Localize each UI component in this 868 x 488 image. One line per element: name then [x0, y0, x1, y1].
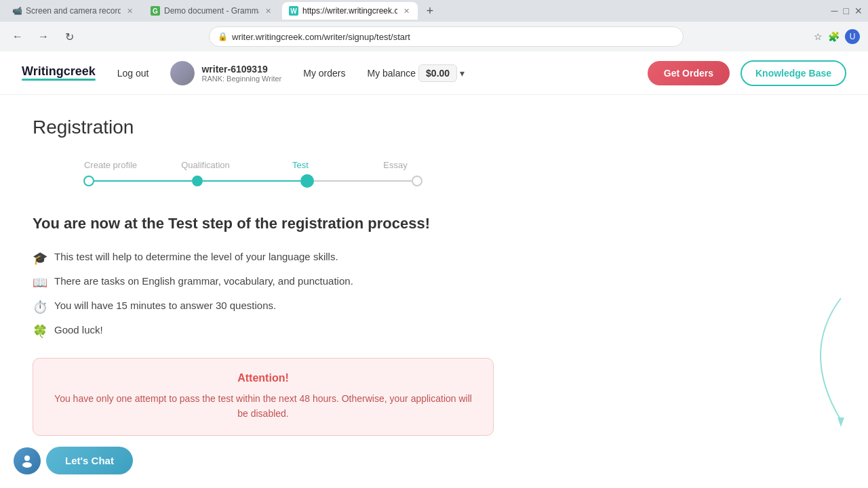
svg-point-1	[24, 455, 30, 461]
clock-icon: ⏱️	[33, 300, 47, 314]
new-tab-button[interactable]: +	[420, 1, 439, 20]
step-line-1	[94, 180, 192, 182]
tab-close-3[interactable]: ✕	[401, 7, 411, 16]
step-dot-qualification	[192, 176, 203, 186]
tab-label-3: https://writer.writingcreek.com/...	[302, 6, 397, 16]
get-orders-button[interactable]: Get Orders	[648, 61, 730, 85]
user-rank: RANK: Beginning Writer	[201, 75, 281, 83]
bottom-nav: ← Previous step Start test Save and cont…	[0, 479, 610, 488]
logo-writing: Writing	[22, 65, 64, 77]
window-maximize[interactable]: □	[844, 5, 849, 16]
info-text-2: There are tasks on English grammar, voca…	[54, 275, 353, 287]
decorative-arc	[732, 285, 868, 434]
browser-chrome: 📹 Screen and camera recorder - S... ✕ G …	[0, 0, 868, 52]
logo-creek: creek	[64, 65, 96, 77]
svg-marker-0	[837, 418, 844, 427]
step-dots-row	[83, 174, 422, 188]
chat-avatar	[14, 447, 41, 474]
avatar-img	[170, 61, 195, 85]
logo-underline	[22, 79, 96, 81]
list-item: 🍀 Good luck!	[33, 324, 578, 339]
extensions-icon[interactable]: 🧩	[828, 31, 840, 42]
info-list: 🎓 This test will help to determine the l…	[33, 251, 578, 339]
attention-box: Attention! You have only one attempt to …	[33, 358, 494, 436]
browser-tab-2[interactable]: G Demo document - Grammarly ✕	[144, 2, 279, 20]
step-label-create: Create profile	[83, 160, 138, 170]
browser-tab-1[interactable]: 📹 Screen and camera recorder - S... ✕	[5, 2, 141, 20]
user-info: writer-6109319 RANK: Beginning Writer	[201, 64, 281, 83]
lock-icon: 🔒	[218, 32, 228, 41]
address-bar[interactable]: 🔒 writer.writingcreek.com/writer/signup/…	[209, 26, 684, 47]
info-text-4: Good luck!	[54, 324, 103, 336]
main-heading: You are now at the Test step of the regi…	[33, 212, 494, 235]
attention-text: You have only one attempt to pass the te…	[52, 391, 474, 422]
nav-user: writer-6109319 RANK: Beginning Writer	[170, 61, 281, 85]
page-content: Registration Create profile Qualificatio…	[0, 95, 610, 479]
page-title: Registration	[33, 117, 578, 138]
step-dot-create	[83, 176, 94, 186]
step-line-3	[314, 180, 412, 182]
balance-dropdown-icon[interactable]: ▾	[460, 68, 465, 79]
step-line-2	[203, 180, 300, 182]
browser-tab-3[interactable]: W https://writer.writingcreek.com/... ✕	[282, 2, 418, 20]
balance-label: My balance	[367, 68, 416, 79]
forward-button[interactable]: →	[34, 30, 53, 43]
window-minimize[interactable]: ─	[831, 5, 838, 16]
step-dot-essay	[412, 176, 422, 186]
toolbar-icons: ☆ 🧩 U	[814, 29, 860, 44]
step-label-essay: Essay	[368, 160, 422, 170]
browser-title-bar: 📹 Screen and camera recorder - S... ✕ G …	[0, 0, 868, 22]
step-label-qualification: Qualification	[178, 160, 233, 170]
balance-container: My balance $0.00 ▾	[367, 64, 465, 82]
chat-avatar-icon	[19, 453, 35, 469]
tab-favicon-1: 📹	[12, 6, 22, 16]
tab-favicon-2: G	[151, 6, 160, 16]
list-item: 📖 There are tasks on English grammar, vo…	[33, 275, 578, 290]
tab-close-1[interactable]: ✕	[125, 7, 134, 16]
avatar	[170, 61, 195, 85]
step-labels: Create profile Qualification Test Essay	[83, 160, 422, 170]
clover-icon: 🍀	[33, 324, 47, 339]
attention-title: Attention!	[52, 372, 474, 384]
window-close[interactable]: ✕	[854, 5, 863, 16]
browser-toolbar: ← → ↻ 🔒 writer.writingcreek.com/writer/s…	[0, 22, 868, 52]
site-logo: Writing creek	[22, 65, 96, 81]
tab-favicon-3: W	[289, 6, 298, 16]
tab-label-1: Screen and camera recorder - S...	[26, 6, 121, 16]
nav-right: Get Orders Knowledge Base	[648, 60, 846, 86]
step-dot-test	[300, 174, 314, 188]
refresh-button[interactable]: ↻	[60, 30, 79, 43]
balance-amount[interactable]: $0.00	[418, 64, 457, 82]
list-item: ⏱️ You will have 15 minutes to answer 30…	[33, 300, 578, 314]
book-icon: 📖	[33, 275, 47, 290]
logout-link[interactable]: Log out	[117, 68, 149, 79]
my-orders-link[interactable]: My orders	[303, 68, 345, 79]
info-text-1: This test will help to determine the lev…	[54, 251, 338, 262]
chat-widget: Let's Chat	[14, 447, 133, 474]
window-controls: ─ □ ✕	[831, 5, 863, 16]
tab-label-2: Demo document - Grammarly	[164, 6, 259, 16]
tab-close-2[interactable]: ✕	[263, 7, 273, 16]
list-item: 🎓 This test will help to determine the l…	[33, 251, 578, 266]
svg-point-2	[22, 462, 32, 468]
profile-icon[interactable]: U	[845, 29, 860, 44]
bookmark-icon[interactable]: ☆	[814, 31, 823, 42]
info-text-3: You will have 15 minutes to answer 30 qu…	[54, 300, 276, 311]
chat-button[interactable]: Let's Chat	[46, 447, 133, 474]
step-label-test: Test	[273, 160, 328, 170]
grad-icon: 🎓	[33, 251, 47, 266]
steps-progress: Create profile Qualification Test Essay	[33, 160, 473, 188]
username: writer-6109319	[201, 64, 281, 75]
site-nav: Writing creek Log out writer-6109319 RAN…	[0, 52, 868, 95]
knowledge-base-button[interactable]: Knowledge Base	[741, 60, 846, 86]
url-text: writer.writingcreek.com/writer/signup/te…	[232, 32, 410, 42]
back-button[interactable]: ←	[8, 30, 27, 43]
